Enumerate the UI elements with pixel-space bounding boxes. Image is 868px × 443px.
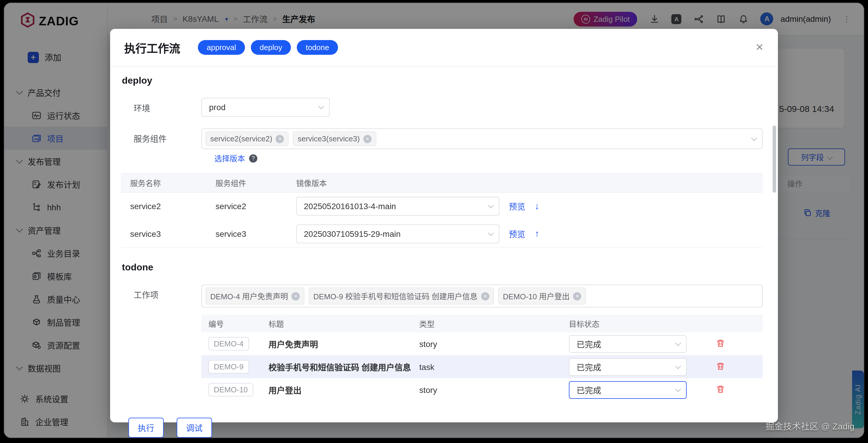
- target-status-select[interactable]: 已完成: [569, 335, 687, 353]
- stage-tag-todone[interactable]: todone: [297, 40, 338, 55]
- delete-row-icon[interactable]: [716, 386, 725, 395]
- env-value: prod: [209, 102, 225, 112]
- table-row: DEMO-4 用户免责声明 story 已完成: [202, 332, 763, 355]
- screen: ZADIG + 添加 产品交付 运行状态 PM 项目: [0, 0, 868, 443]
- remove-tag-icon[interactable]: ×: [291, 292, 300, 300]
- image-version-select[interactable]: 20250307105915-29-main: [296, 225, 499, 243]
- remove-tag-icon[interactable]: ×: [573, 292, 582, 300]
- choose-version-link[interactable]: 选择版本: [214, 153, 245, 164]
- todone-section-title: todone: [122, 262, 763, 273]
- issue-type: story: [412, 332, 562, 355]
- env-select[interactable]: prod: [202, 98, 330, 117]
- watermark: 掘金技术社区 @ Zadig: [766, 419, 855, 432]
- target-status-select[interactable]: 已完成: [569, 358, 687, 376]
- preview-link[interactable]: 预览: [509, 201, 525, 212]
- issue-type: story: [412, 378, 562, 401]
- env-label: 环境: [121, 98, 202, 114]
- delete-row-icon[interactable]: [716, 362, 725, 372]
- col-image-version: 镜像版本: [287, 174, 763, 193]
- status-value: 已完成: [577, 361, 601, 373]
- table-row: DEMO-10 用户登出 story 已完成: [202, 378, 763, 401]
- chevron-down-icon: [318, 104, 324, 109]
- service-component: service3: [206, 220, 287, 248]
- status-value: 已完成: [577, 384, 601, 395]
- scrollbar-thumb[interactable]: [773, 125, 776, 193]
- service-component: service2: [206, 193, 287, 220]
- work-items-table: 编号 标题 类型 目标状态 DEMO-4 用户免责声明 story: [202, 315, 763, 401]
- modal-header: 执行工作流 approval deploy todone ✕: [110, 29, 778, 66]
- stage-tag-approval[interactable]: approval: [198, 40, 245, 55]
- delete-row-icon[interactable]: [716, 339, 725, 349]
- tag-label: DEMO-9 校验手机号和短信验证码 创建用户信息: [313, 290, 477, 302]
- chevron-down-icon: [675, 363, 681, 369]
- issue-id-badge: DEMO-10: [209, 383, 253, 396]
- issue-title: 用户免责声明: [261, 332, 412, 355]
- issue-id-badge: DEMO-4: [209, 337, 249, 351]
- tag-label: DEMO-10 用户登出: [503, 290, 570, 302]
- table-row: service2 service2 20250520161013-4-main …: [121, 193, 763, 220]
- modal-footer: 执行 调试: [121, 411, 763, 438]
- col-service-component: 服务组件: [206, 174, 287, 193]
- issue-title: 用户登出: [261, 378, 412, 401]
- move-up-icon[interactable]: ↑: [535, 229, 539, 239]
- table-row: DEMO-9 校验手机号和短信验证码 创建用户信息 task 已完成: [202, 355, 763, 378]
- col-target-status: 目标状态: [562, 315, 709, 332]
- tag-label: service3(service3): [298, 134, 360, 143]
- modal-body: deploy 环境 prod 服务组件 service2(service2) ×: [110, 66, 778, 438]
- remove-tag-icon[interactable]: ×: [363, 135, 372, 143]
- work-item-tag: DEMO-4 用户免责声明 ×: [206, 288, 305, 304]
- app-window: ZADIG + 添加 产品交付 运行状态 PM 项目: [4, 3, 864, 438]
- service-name: service3: [121, 220, 206, 248]
- target-status-select-focused[interactable]: 已完成: [569, 381, 687, 398]
- col-service-name: 服务名称: [121, 174, 206, 193]
- close-icon[interactable]: ✕: [755, 42, 764, 53]
- work-items-table-header: 编号 标题 类型 目标状态: [202, 315, 763, 332]
- service-name: service2: [121, 193, 206, 220]
- env-row: 环境 prod: [121, 98, 763, 117]
- table-row: service3 service3 20250307105915-29-main…: [121, 220, 763, 248]
- stage-tag-deploy[interactable]: deploy: [251, 40, 291, 55]
- work-items-multiselect[interactable]: DEMO-4 用户免责声明 × DEMO-9 校验手机号和短信验证码 创建用户信…: [202, 285, 763, 307]
- col-type: 类型: [412, 315, 562, 332]
- service-tag: service2(service2) ×: [206, 131, 289, 146]
- stage-tags: approval deploy todone: [198, 40, 338, 55]
- tag-label: service2(service2): [210, 134, 272, 143]
- deploy-section-title: deploy: [122, 76, 763, 86]
- image-version-value: 20250520161013-4-main: [304, 202, 396, 211]
- services-label: 服务组件: [121, 128, 202, 144]
- service-table-header: 服务名称 服务组件 镜像版本: [121, 174, 763, 193]
- image-version-value: 20250307105915-29-main: [304, 229, 401, 239]
- issue-title: 校验手机号和短信验证码 创建用户信息: [261, 355, 412, 378]
- work-item-tag: DEMO-9 校验手机号和短信验证码 创建用户信息 ×: [309, 288, 494, 304]
- move-down-icon[interactable]: ↓: [535, 201, 539, 212]
- tag-label: DEMO-4 用户免责声明: [210, 290, 288, 302]
- remove-tag-icon[interactable]: ×: [481, 292, 489, 300]
- issue-type: task: [412, 355, 562, 378]
- chevron-down-icon: [675, 340, 681, 346]
- remove-tag-icon[interactable]: ×: [276, 135, 284, 143]
- services-row: 服务组件 service2(service2) × service3(servi…: [121, 128, 763, 149]
- chevron-down-icon: [488, 203, 494, 209]
- col-title: 标题: [261, 315, 412, 332]
- image-version-select[interactable]: 20250520161013-4-main: [296, 197, 499, 216]
- work-items-label: 工作项: [121, 285, 202, 300]
- choose-version-row: 选择版本 ?: [214, 153, 763, 164]
- help-icon[interactable]: ?: [249, 154, 257, 162]
- work-item-tag: DEMO-10 用户登出 ×: [498, 288, 586, 304]
- chevron-down-icon: [488, 230, 494, 236]
- services-multiselect[interactable]: service2(service2) × service3(service3) …: [202, 128, 763, 149]
- status-value: 已完成: [577, 338, 601, 350]
- service-tag: service3(service3) ×: [293, 131, 376, 146]
- modal-title: 执行工作流: [124, 39, 180, 55]
- service-table: 服务名称 服务组件 镜像版本 service2 service2: [121, 173, 763, 248]
- col-id: 编号: [202, 315, 261, 332]
- work-items-row: 工作项 DEMO-4 用户免责声明 × DEMO-9 校验手机号和短信验证码 创…: [121, 285, 763, 307]
- issue-id-badge: DEMO-9: [209, 360, 249, 374]
- run-button[interactable]: 执行: [128, 418, 164, 438]
- run-workflow-modal: 执行工作流 approval deploy todone ✕ deploy 环境…: [110, 29, 778, 422]
- preview-link[interactable]: 预览: [509, 228, 525, 240]
- chevron-down-icon: [751, 135, 757, 141]
- chevron-down-icon: [675, 386, 681, 392]
- debug-button[interactable]: 调试: [177, 418, 212, 438]
